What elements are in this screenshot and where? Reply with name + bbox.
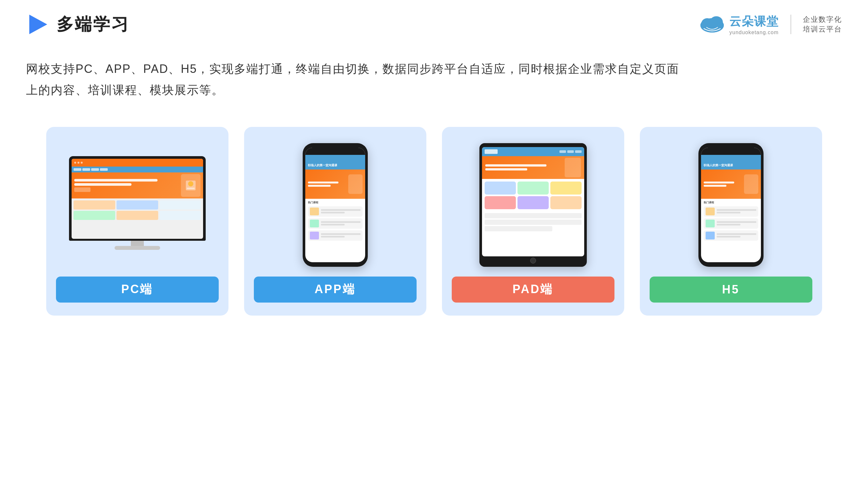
phone-lines-2-h5: [717, 221, 756, 225]
phone-lines-3-h5: [717, 233, 756, 237]
logo-divider: [790, 14, 791, 34]
pc-bar: [71, 159, 203, 167]
pad-banner-line-1: [485, 164, 547, 167]
pc-banner-line-2: [74, 183, 131, 186]
pc-banner: [71, 172, 203, 198]
description-block: 网校支持PC、APP、PAD、H5，实现多端打通，终端自由切换，数据同步跨平台自…: [0, 36, 868, 101]
phone-line-1a: [321, 209, 361, 211]
svg-rect-7: [187, 188, 195, 189]
pad-grid-3: [550, 182, 582, 195]
phone-thumb-2-h5: [706, 220, 715, 227]
pc-body: [71, 198, 203, 222]
phone-section-label-app: 热门课程: [305, 199, 365, 205]
phone-course-item-3-h5: [704, 230, 758, 241]
phone-course-item-1-h5: [704, 206, 758, 217]
pad-grid-6: [550, 196, 582, 209]
phone-mockup-app: 职场人的第一堂沟通课 热门课程: [303, 143, 368, 267]
phone-thumb-1-app: [310, 207, 319, 215]
card-app-label: APP端: [254, 276, 416, 302]
page-title: 多端学习: [57, 13, 129, 36]
phone-header-text-app: 职场人的第一堂沟通课: [308, 163, 337, 167]
pc-stand-base: [115, 246, 160, 250]
pad-list-item-1: [485, 213, 582, 218]
phone-mockup-h5: 职场人的第一堂沟通课 热门课程: [699, 143, 764, 267]
card-pad-label: PAD端: [452, 276, 615, 302]
pc-card-1: [73, 200, 115, 209]
logo-right: 云朵课堂 yunduoketang.com 企业数字化 培训云平台: [698, 13, 842, 36]
pad-banner: [482, 156, 584, 179]
card-h5: 职场人的第一堂沟通课 热门课程: [640, 127, 822, 316]
phone-header-app: 职场人的第一堂沟通课: [305, 155, 365, 169]
pad-nav-item-3: [575, 150, 582, 153]
pc-dot-2: [78, 162, 80, 164]
svg-point-4: [701, 18, 724, 33]
page-header: 多端学习 云朵课堂 yunduoketang.com 企业数字化: [0, 0, 868, 36]
pad-nav-item-1: [559, 150, 566, 153]
cards-container: PC端 职场人的第一堂沟通课: [0, 101, 868, 316]
phone-thumb-1-h5: [706, 207, 715, 215]
pc-banner-line-1: [74, 179, 157, 182]
pc-stand-neck: [131, 241, 144, 246]
pc-card-5: [117, 211, 158, 220]
pad-list-item-2: [485, 220, 582, 225]
phone-notch-h5: [720, 148, 742, 154]
pad-home-button: [530, 258, 536, 263]
pc-card-4: [73, 211, 115, 220]
phone-line-3a: [321, 233, 361, 235]
pad-nav-item-2: [567, 150, 574, 153]
pad-nav-logo: [485, 149, 498, 154]
phone-course-item-3-app: [308, 230, 363, 241]
phone-screen-app: 职场人的第一堂沟通课 热门课程: [305, 148, 365, 262]
phone-banner-line-2-app: [308, 185, 331, 187]
phone-course-item-1-app: [308, 206, 363, 217]
phone-banner-line-1-h5: [704, 182, 734, 184]
phone-banner-line-2-h5: [704, 185, 727, 187]
pc-card-3: [159, 200, 201, 209]
logo-main-text: 云朵课堂: [730, 14, 779, 30]
logo-left: 多端学习: [26, 13, 129, 36]
pc-banner-text: [74, 179, 178, 192]
phone-lines-2-app: [321, 221, 361, 225]
pc-banner-img: [181, 174, 200, 197]
phone-course-item-2-h5: [704, 218, 758, 229]
pad-grid-2: [518, 182, 549, 195]
phone-thumb-2-app: [310, 220, 319, 227]
phone-notch-app: [324, 148, 347, 154]
pc-body-row-2: [73, 211, 201, 220]
card-pc-label: PC端: [56, 276, 219, 302]
pc-card-2: [117, 200, 158, 209]
pad-banner-line-2: [485, 168, 528, 170]
phone-screen-h5: 职场人的第一堂沟通课 热门课程: [701, 148, 761, 262]
pc-mockup: [69, 156, 206, 254]
card-pad: PAD端: [442, 127, 624, 316]
pc-card-6: [159, 211, 201, 220]
pad-list: [482, 212, 584, 233]
pc-dot-1: [74, 162, 76, 164]
card-pc: PC端: [46, 127, 228, 316]
phone-line-h5-3b: [717, 236, 740, 237]
cloud-logo: 云朵课堂 yunduoketang.com: [698, 13, 779, 36]
pad-grid-4: [485, 196, 516, 209]
svg-point-6: [188, 181, 193, 187]
phone-line-h5-1b: [717, 212, 740, 214]
phone-line-h5-1a: [717, 209, 756, 211]
cloud-icon: [698, 13, 727, 36]
slogan-line1: 企业数字化: [803, 14, 842, 24]
phone-thumb-3-h5: [706, 232, 715, 239]
phone-banner-right-h5: [744, 174, 758, 194]
pc-screen-inner: [71, 159, 203, 239]
phone-thumb-3-app: [310, 232, 319, 239]
card-h5-image: 职场人的第一堂沟通课 热门课程: [650, 143, 812, 267]
phone-section-label-h5: 热门课程: [701, 199, 761, 205]
phone-course-list-app: [305, 205, 365, 242]
pad-grid: [482, 179, 584, 212]
pad-banner-text: [485, 164, 562, 170]
play-icon: [26, 13, 49, 36]
card-pad-image: [452, 143, 615, 267]
slogan-wrap: 企业数字化 培训云平台: [803, 14, 842, 34]
phone-course-item-2-app: [308, 218, 363, 229]
description-line2: 上的内容、培训课程、模块展示等。: [26, 80, 842, 101]
phone-header-h5: 职场人的第一堂沟通课: [701, 155, 761, 169]
pad-nav-items: [559, 150, 582, 153]
phone-line-2a: [321, 221, 361, 223]
